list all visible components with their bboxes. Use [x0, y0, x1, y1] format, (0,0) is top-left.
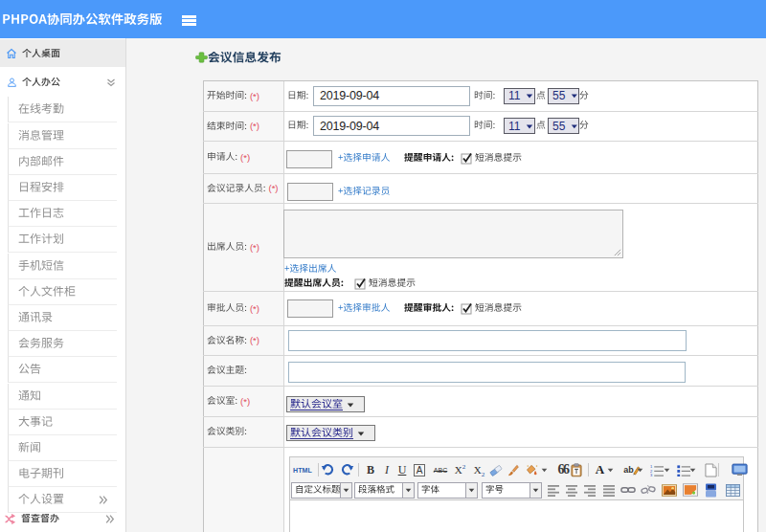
- svg-text:3: 3: [650, 473, 653, 477]
